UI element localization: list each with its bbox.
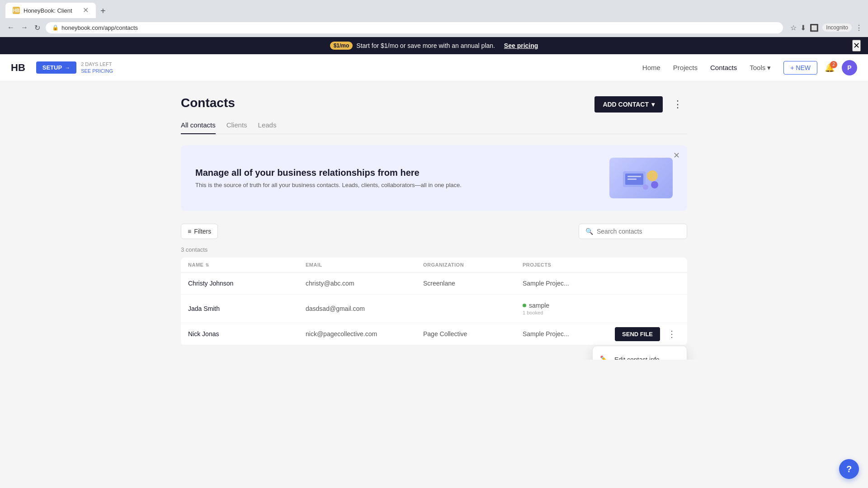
menu-button[interactable]: ⋮ <box>855 23 863 32</box>
info-banner-illustration <box>609 158 673 198</box>
contact-project: sample 1 booked <box>523 302 680 315</box>
active-tab[interactable]: HB HoneyBook: Client ✕ <box>5 3 96 18</box>
svg-point-3 <box>651 181 658 188</box>
lock-icon: 🔒 <box>52 24 59 31</box>
filter-icon: ≡ <box>188 228 191 235</box>
url-text: honeybook.com/app/contacts <box>61 24 138 31</box>
table-header: NAME ⇅ EMAIL ORGANIZATION PROJECTS <box>181 258 687 272</box>
new-button[interactable]: + NEW <box>783 61 817 75</box>
contact-email: nick@pagecollective.com <box>306 330 423 338</box>
info-banner: Manage all of your business relationship… <box>181 145 687 211</box>
col-header-name: NAME ⇅ <box>188 262 306 267</box>
col-header-projects: PROJECTS <box>523 262 680 267</box>
promo-text: Start for $1/mo or save more with an ann… <box>356 42 495 49</box>
header-nav: Home Projects Contacts Tools ▾ <box>642 64 771 72</box>
contacts-count: 3 contacts <box>181 246 687 253</box>
info-banner-close-button[interactable]: ✕ <box>673 150 680 160</box>
address-bar[interactable]: 🔒 honeybook.com/app/contacts <box>46 22 783 33</box>
svg-rect-5 <box>627 176 641 177</box>
contacts-tabs: All contacts Clients Leads <box>181 117 687 134</box>
download-button[interactable]: ⬇ <box>800 23 806 32</box>
header-actions: + NEW 🔔 2 P <box>783 60 857 75</box>
contacts-header: Contacts ADD CONTACT ▾ ⋮ <box>181 96 687 113</box>
tab-favicon: HB <box>13 7 20 14</box>
bookmark-button[interactable]: ☆ <box>790 23 797 32</box>
promo-link[interactable]: See pricing <box>504 42 538 49</box>
incognito-label: Incognito <box>822 23 852 32</box>
see-pricing-link[interactable]: SEE PRICING <box>81 68 113 74</box>
contact-name: Jada Smith <box>188 305 306 312</box>
add-contact-label: ADD CONTACT <box>603 101 649 108</box>
promo-banner: $1/mo Start for $1/mo or save more with … <box>0 37 868 54</box>
browser-bar: ← → ↻ 🔒 honeybook.com/app/contacts ☆ ⬇ 🔲… <box>0 18 868 37</box>
promo-badge: $1/mo <box>330 42 353 50</box>
contact-email: dasdsad@gmail.com <box>306 305 423 312</box>
info-banner-subtitle: This is the source of truth for all your… <box>195 182 462 188</box>
project-name: Sample Projec... <box>523 280 680 287</box>
context-menu-edit[interactable]: ✏️ Edit contact info <box>593 350 687 360</box>
notifications-button[interactable]: 🔔 2 <box>825 63 835 73</box>
tab-all-contacts[interactable]: All contacts <box>181 117 216 134</box>
tab-title: HoneyBook: Client <box>24 7 72 14</box>
filters-button[interactable]: ≡ Filters <box>181 224 218 239</box>
page-content: Contacts ADD CONTACT ▾ ⋮ All contacts Cl… <box>163 81 705 360</box>
tools-chevron-icon: ▾ <box>767 64 771 72</box>
contact-name: Christy Johnson <box>188 280 306 287</box>
row-actions: SEND FILE ⋮ <box>615 327 680 341</box>
context-menu: ✏️ Edit contact info 📁 Add to project 🗑️… <box>592 346 687 360</box>
tab-leads[interactable]: Leads <box>258 117 277 134</box>
table-row: Jada Smith dasdsad@gmail.com sample 1 bo… <box>181 295 687 323</box>
edit-contact-label: Edit contact info <box>614 356 660 360</box>
user-avatar[interactable]: P <box>842 60 857 75</box>
nav-controls: ← → ↻ <box>5 22 42 34</box>
browser-tabs: HB HoneyBook: Client ✕ + <box>0 0 868 18</box>
new-tab-button[interactable]: + <box>97 4 109 18</box>
nav-projects[interactable]: Projects <box>673 64 698 71</box>
svg-point-2 <box>647 170 658 181</box>
add-contact-button[interactable]: ADD CONTACT ▾ <box>594 96 663 113</box>
app-logo: HB <box>11 62 25 74</box>
col-header-org: ORGANIZATION <box>423 262 523 267</box>
days-left: 2 DAYS LEFT SEE PRICING <box>81 61 113 74</box>
search-icon: 🔍 <box>585 228 593 235</box>
setup-arrow-icon: → <box>65 65 70 71</box>
reload-button[interactable]: ↻ <box>33 22 42 34</box>
days-left-text: 2 DAYS LEFT <box>81 61 113 67</box>
row-more-button[interactable]: ⋮ <box>664 327 680 341</box>
project-dot-icon <box>523 304 526 307</box>
pencil-icon: ✏️ <box>600 355 609 360</box>
send-file-button[interactable]: SEND FILE <box>615 327 660 341</box>
extensions-button[interactable]: 🔲 <box>810 23 819 32</box>
info-banner-text: Manage all of your business relationship… <box>195 168 462 188</box>
browser-actions: ☆ ⬇ 🔲 Incognito ⋮ <box>790 23 863 32</box>
add-contact-chevron-icon: ▾ <box>651 101 655 108</box>
contact-org: Page Collective <box>423 330 523 338</box>
page-title: Contacts <box>181 96 235 110</box>
table-row: Christy Johnson christy@abc.com Screenla… <box>181 272 687 295</box>
back-button[interactable]: ← <box>5 22 16 33</box>
nav-home[interactable]: Home <box>642 64 660 71</box>
contact-name: Nick Jonas <box>188 330 306 338</box>
tab-close-btn[interactable]: ✕ <box>83 7 89 14</box>
project-name: sample <box>529 302 549 309</box>
setup-button[interactable]: SETUP → <box>36 61 76 74</box>
search-input[interactable] <box>597 228 680 235</box>
contact-email: christy@abc.com <box>306 280 423 287</box>
svg-point-4 <box>643 184 648 190</box>
table-row: Nick Jonas nick@pagecollective.com Page … <box>181 323 687 345</box>
tab-clients[interactable]: Clients <box>226 117 247 134</box>
app-header: HB SETUP → 2 DAYS LEFT SEE PRICING Home … <box>0 54 868 81</box>
nav-tools[interactable]: Tools ▾ <box>750 64 771 72</box>
project-badge: sample <box>523 302 680 309</box>
notification-badge: 2 <box>830 61 837 68</box>
contact-org: Screenlane <box>423 280 523 287</box>
nav-contacts[interactable]: Contacts <box>710 64 737 71</box>
svg-rect-6 <box>627 178 637 180</box>
tools-label: Tools <box>750 64 765 71</box>
more-options-button[interactable]: ⋮ <box>668 96 687 113</box>
header-actions-right: ADD CONTACT ▾ ⋮ <box>594 96 687 113</box>
forward-button[interactable]: → <box>19 22 30 33</box>
contact-project: Sample Projec... <box>523 280 680 287</box>
promo-close-button[interactable]: ✕ <box>852 40 861 52</box>
project-sub: 1 booked <box>523 310 680 315</box>
